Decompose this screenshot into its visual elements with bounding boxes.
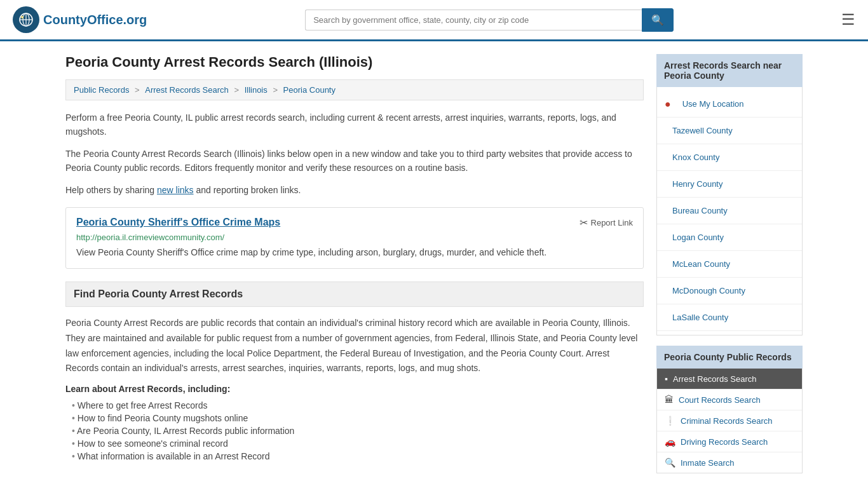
logo-text: CountyOffice.org [43,13,147,27]
nearby-county-knox[interactable]: Knox County [657,144,802,171]
find-section-header: Find Peoria County Arrest Records [65,281,644,307]
use-my-location-item[interactable]: ● Use My Location [657,91,802,118]
learn-heading: Learn about Arrest Records, including: [65,384,644,394]
breadcrumb-sep-2: > [234,85,241,95]
description-1: Perform a free Peoria County, IL public … [65,111,644,139]
breadcrumb-illinois[interactable]: Illinois [245,85,268,95]
nearby-section-title: Arrest Records Search near Peoria County [656,54,803,87]
location-pin-icon: ● [665,98,671,110]
mcdonough-county-link[interactable]: McDonough County [665,282,753,299]
driving-records-link[interactable]: Driving Records Search [681,437,768,447]
breadcrumb-sep-3: > [273,85,280,95]
search-input[interactable] [305,10,642,30]
content-area: Peoria County Arrest Records Search (Ill… [65,54,644,484]
report-link-button[interactable]: ✂ Report Link [580,217,633,229]
header: CountyOffice.org 🔍 ☰ [0,0,868,41]
link-card-description: View Peoria County Sheriff's Office crim… [76,246,633,259]
pr-court-records[interactable]: 🏛 Court Records Search [657,390,802,410]
search-area: 🔍 [305,8,674,32]
menu-icon[interactable]: ☰ [841,11,855,29]
section-content: Peoria County Arrest Records are public … [65,316,644,376]
learn-item: What information is available in an Arre… [72,450,644,463]
desc3-start: Help others by sharing [65,185,154,195]
link-card-url[interactable]: http://peoria.il.crimeviewcommunity.com/ [76,233,633,242]
link-card-title[interactable]: Peoria County Sheriff's Office Crime Map… [76,217,280,228]
public-records-section-title: Peoria County Public Records [656,346,803,369]
nearby-county-mcdonough[interactable]: McDonough County [657,278,802,304]
report-link-label: Report Link [591,218,633,227]
page-title: Peoria County Arrest Records Search (Ill… [65,54,644,71]
henry-county-link[interactable]: Henry County [665,175,730,193]
criminal-records-icon: ❕ [665,416,675,426]
link-card: Peoria County Sheriff's Office Crime Map… [65,207,644,269]
breadcrumb: Public Records > Arrest Records Search >… [65,79,644,100]
link-card-header: Peoria County Sheriff's Office Crime Map… [76,217,633,229]
nearby-county-logan[interactable]: Logan County [657,224,802,251]
logan-county-link[interactable]: Logan County [665,229,731,246]
pr-driving-records[interactable]: 🚗 Driving Records Search [657,431,802,452]
inmate-search-link[interactable]: Inmate Search [681,458,735,468]
nearby-title-text: Arrest Records Search near Peoria County [664,60,782,81]
arrest-records-link[interactable]: Arrest Records Search [673,374,757,384]
pr-inmate-search[interactable]: 🔍 Inmate Search [657,452,802,473]
breadcrumb-public-records[interactable]: Public Records [74,85,129,95]
pr-criminal-records[interactable]: ❕ Criminal Records Search [657,410,802,431]
nearby-county-tazewell[interactable]: Tazewell County [657,118,802,144]
learn-item: How to see someone's criminal record [72,437,644,450]
breadcrumb-arrest-records[interactable]: Arrest Records Search [145,85,229,95]
description-2: The Peoria County Arrest Records Search … [65,147,644,175]
mclean-county-link[interactable]: McLean County [665,255,738,273]
nearby-county-list: ● Use My Location Tazewell County Knox C… [656,87,803,336]
new-links-link[interactable]: new links [157,185,194,195]
logo-icon [13,6,39,33]
logo-area: CountyOffice.org [13,6,147,33]
svg-point-6 [22,17,23,18]
sidebar: Arrest Records Search near Peoria County… [656,54,803,484]
breadcrumb-sep-1: > [135,85,142,95]
pr-arrest-records[interactable]: ▪ Arrest Records Search [657,369,802,390]
court-records-icon: 🏛 [665,395,674,405]
learn-item: How to find Peoria County mugshots onlin… [72,412,644,424]
desc3-end: and reporting broken links. [196,185,301,195]
tazewell-county-link[interactable]: Tazewell County [665,122,740,139]
criminal-records-link[interactable]: Criminal Records Search [681,416,773,426]
bureau-county-link[interactable]: Bureau County [665,202,735,219]
nearby-county-bureau[interactable]: Bureau County [657,198,802,224]
public-records-title-text: Peoria County Public Records [664,352,792,362]
court-records-link[interactable]: Court Records Search [679,395,761,405]
driving-records-icon: 🚗 [665,437,675,447]
report-icon: ✂ [580,217,588,229]
inmate-search-icon: 🔍 [665,458,675,468]
logo-name: CountyOffice [43,13,123,27]
search-button[interactable]: 🔍 [642,8,674,32]
arrest-records-icon: ▪ [665,374,668,384]
learn-list: Where to get free Arrest Records How to … [65,399,644,463]
nearby-county-mclean[interactable]: McLean County [657,251,802,278]
nearby-county-lasalle[interactable]: LaSalle County [657,304,802,331]
learn-item: Are Peoria County, IL Arrest Records pub… [72,424,644,437]
nearby-county-henry[interactable]: Henry County [657,171,802,198]
lasalle-county-link[interactable]: LaSalle County [665,309,736,326]
logo-suffix: .org [123,13,147,27]
knox-county-link[interactable]: Knox County [665,149,727,166]
main-container: Peoria County Arrest Records Search (Ill… [53,41,815,488]
description-3: Help others by sharing new links and rep… [65,183,644,197]
use-my-location-link[interactable]: Use My Location [675,95,752,112]
breadcrumb-peoria[interactable]: Peoria County [283,85,336,95]
public-records-list: ▪ Arrest Records Search 🏛 Court Records … [656,369,803,473]
learn-item: Where to get free Arrest Records [72,399,644,412]
